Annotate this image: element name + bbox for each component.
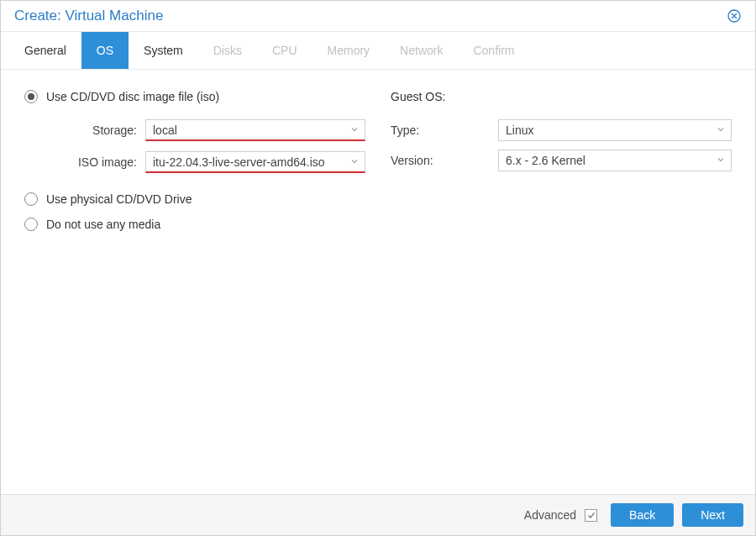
- dialog-header: Create: Virtual Machine: [1, 1, 755, 32]
- os-type-value: Linux: [506, 123, 533, 137]
- chevron-down-icon: [716, 154, 726, 167]
- advanced-label: Advanced: [524, 508, 576, 522]
- version-label: Version:: [391, 154, 490, 167]
- tab-disks: Disks: [198, 32, 257, 69]
- chevron-down-icon: [716, 123, 726, 137]
- dialog-footer: Advanced Back Next: [1, 494, 755, 535]
- radio-row-physical[interactable]: Use physical CD/DVD Drive: [24, 192, 365, 206]
- tab-confirm: Confirm: [458, 32, 529, 69]
- chevron-down-icon: [349, 123, 360, 137]
- type-row: Type: Linux: [391, 115, 732, 145]
- type-label: Type:: [391, 123, 490, 137]
- storage-row: Storage: local: [46, 115, 365, 145]
- radio-use-iso[interactable]: [24, 90, 38, 103]
- iso-row: ISO image: itu-22.04.3-live-server-amd64…: [46, 147, 365, 177]
- create-vm-dialog: Create: Virtual Machine General OS Syste…: [0, 0, 756, 536]
- back-button[interactable]: Back: [611, 503, 674, 527]
- radio-use-physical-label: Use physical CD/DVD Drive: [46, 192, 192, 206]
- tab-cpu: CPU: [257, 32, 312, 69]
- storage-label: Storage:: [46, 123, 137, 137]
- close-icon: [727, 9, 741, 23]
- os-version-value: 6.x - 2.6 Kernel: [506, 154, 585, 167]
- iso-image-combo[interactable]: itu-22.04.3-live-server-amd64.iso: [145, 151, 365, 173]
- guest-os-section: Guest OS: Type: Linux Version: 6.x - 2.6…: [391, 90, 732, 474]
- dialog-content: Use CD/DVD disc image file (iso) Storage…: [1, 70, 755, 494]
- os-version-combo[interactable]: 6.x - 2.6 Kernel: [498, 150, 732, 171]
- radio-no-media[interactable]: [24, 218, 38, 231]
- iso-label: ISO image:: [46, 155, 137, 169]
- radio-row-iso[interactable]: Use CD/DVD disc image file (iso): [24, 90, 365, 103]
- tab-system[interactable]: System: [129, 32, 198, 69]
- radio-use-iso-label: Use CD/DVD disc image file (iso): [46, 90, 219, 103]
- guest-os-header: Guest OS:: [391, 90, 732, 103]
- close-button[interactable]: [727, 8, 742, 24]
- tab-network: Network: [385, 32, 458, 69]
- wizard-tabs: General OS System Disks CPU Memory Netwo…: [1, 32, 755, 70]
- tab-general[interactable]: General: [9, 32, 81, 69]
- storage-combo[interactable]: local: [145, 119, 365, 141]
- media-section: Use CD/DVD disc image file (iso) Storage…: [24, 90, 365, 474]
- tab-os[interactable]: OS: [81, 32, 129, 69]
- radio-row-none[interactable]: Do not use any media: [24, 218, 365, 231]
- version-row: Version: 6.x - 2.6 Kernel: [391, 145, 732, 176]
- check-icon: [586, 510, 596, 520]
- advanced-checkbox[interactable]: [585, 509, 597, 522]
- iso-value: itu-22.04.3-live-server-amd64.iso: [153, 155, 325, 169]
- chevron-down-icon: [349, 155, 360, 169]
- storage-value: local: [153, 123, 177, 137]
- dialog-title: Create: Virtual Machine: [14, 8, 163, 24]
- tab-memory: Memory: [312, 32, 386, 69]
- radio-no-media-label: Do not use any media: [46, 218, 160, 231]
- next-button[interactable]: Next: [682, 503, 743, 527]
- os-type-combo[interactable]: Linux: [498, 119, 732, 141]
- radio-use-physical[interactable]: [24, 192, 38, 206]
- iso-form-rows: Storage: local ISO image: itu-22.04.3-li…: [46, 115, 365, 177]
